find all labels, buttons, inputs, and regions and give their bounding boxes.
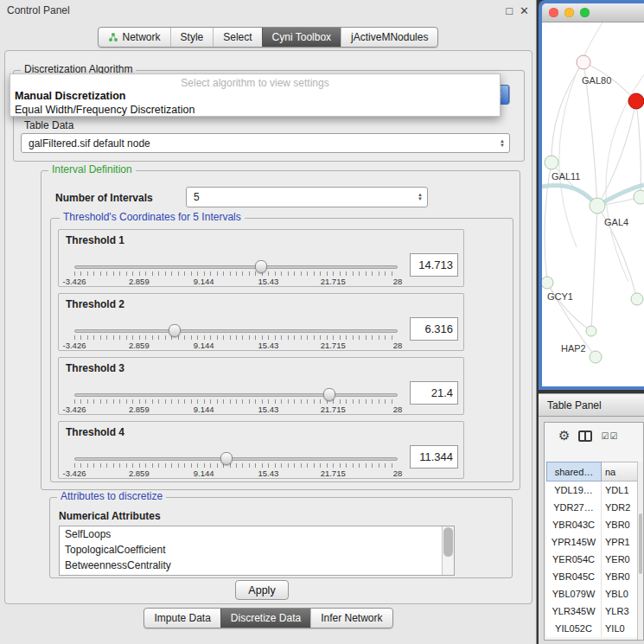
table-row[interactable]: YBL079WYBL0 bbox=[546, 585, 639, 603]
tab-impute-data[interactable]: Impute Data bbox=[144, 609, 220, 628]
table-scrollbar[interactable] bbox=[637, 462, 643, 640]
cell-shared-name[interactable]: YDR27… bbox=[546, 499, 602, 516]
cell-shared-name[interactable]: YLR345W bbox=[546, 603, 602, 620]
node[interactable] bbox=[586, 326, 596, 336]
table-row[interactable]: YER054CYER0 bbox=[546, 551, 639, 568]
slider-thumb[interactable] bbox=[255, 260, 267, 273]
numerical-attributes-list[interactable]: SelfLoops TopologicalCoefficient Between… bbox=[59, 526, 455, 576]
list-item[interactable]: TopologicalCoefficient bbox=[60, 542, 454, 558]
cell-name[interactable]: YPR1 bbox=[602, 533, 639, 551]
cell-name[interactable]: YBR0 bbox=[602, 516, 639, 533]
slider-thumb[interactable] bbox=[169, 324, 181, 337]
gear-icon[interactable]: ⚙ bbox=[558, 428, 570, 443]
slider-track[interactable] bbox=[74, 457, 398, 461]
node[interactable] bbox=[631, 293, 643, 305]
threshold-2-slider[interactable]: -3.426 2.859 9.144 15.43 21.715 28 bbox=[74, 322, 398, 351]
threshold-3-value-input[interactable]: 21.4 bbox=[410, 381, 458, 405]
check-icon[interactable]: ☑ bbox=[609, 431, 618, 441]
scrollbar-thumb[interactable] bbox=[443, 527, 453, 557]
slider-track[interactable] bbox=[74, 329, 398, 333]
cell-name[interactable]: YER0 bbox=[602, 551, 639, 568]
cell-shared-name[interactable]: YER054C bbox=[546, 551, 602, 568]
node-label: GCY1 bbox=[547, 291, 573, 302]
zoom-traffic-light[interactable] bbox=[580, 8, 590, 17]
tab-select[interactable]: Select bbox=[213, 28, 261, 47]
table-data-combobox[interactable]: galFiltered.sif default node ▲▼ bbox=[21, 133, 510, 153]
tab-infer-network[interactable]: Infer Network bbox=[310, 609, 392, 628]
column-header-shared-name[interactable]: shared… bbox=[546, 462, 602, 481]
threshold-4-value-input[interactable]: 11.344 bbox=[410, 445, 458, 469]
table-panel: ⚙ ☑☑ shared… na YDL19…YDL1 YDR27…YDR2 YB… bbox=[539, 417, 644, 644]
node-selected[interactable] bbox=[628, 93, 644, 109]
slider-track[interactable] bbox=[74, 393, 398, 397]
cell-shared-name[interactable]: YBR043C bbox=[546, 516, 602, 533]
table-data-label: Table Data bbox=[24, 119, 73, 131]
cell-name[interactable]: YDR2 bbox=[602, 499, 639, 516]
combobox-stepper-icon[interactable]: ▲▼ bbox=[500, 139, 505, 148]
combobox-stepper-icon[interactable]: ▲▼ bbox=[418, 193, 423, 201]
list-scrollbar[interactable] bbox=[442, 526, 454, 575]
list-item[interactable]: BetweennessCentrality bbox=[60, 558, 454, 573]
node[interactable] bbox=[545, 156, 558, 169]
number-of-intervals-combobox[interactable]: 5 ▲▼ bbox=[186, 187, 428, 207]
algorithm-option-manual[interactable]: Manual Discretization bbox=[15, 90, 126, 102]
scale-label: -3.426 bbox=[63, 469, 86, 478]
tab-cyni-toolbox[interactable]: Cyni Toolbox bbox=[262, 28, 341, 47]
interval-definition-group: Interval Definition Number of Intervals … bbox=[41, 170, 520, 490]
tab-discretize-data[interactable]: Discretize Data bbox=[220, 609, 310, 628]
table-row[interactable]: YBR043CYBR0 bbox=[546, 516, 639, 533]
threshold-4-box: Threshold 4 11.344 -3.426 2.859 9.144 15… bbox=[58, 421, 464, 479]
float-window-icon[interactable]: □ bbox=[506, 4, 513, 17]
list-item[interactable]: SelfLoops bbox=[60, 526, 454, 542]
slider-thumb[interactable] bbox=[323, 388, 335, 401]
cell-shared-name[interactable]: YPR145W bbox=[546, 533, 602, 551]
network-canvas[interactable]: GAL80 GAL11 GAL4 GCY1 HAP2 bbox=[542, 22, 644, 386]
tab-style[interactable]: Style bbox=[170, 28, 214, 47]
close-window-icon[interactable]: ✕ bbox=[520, 4, 529, 17]
cell-name[interactable]: YBL0 bbox=[602, 585, 639, 603]
close-traffic-light[interactable] bbox=[549, 8, 558, 17]
tab-jactivemnodules[interactable]: jActiveMNodules bbox=[341, 28, 437, 47]
column-header-name[interactable]: na bbox=[602, 462, 639, 481]
algorithm-option-equal-width[interactable]: Equal Width/Frequency Discretization bbox=[15, 104, 194, 116]
threshold-1-value-input[interactable]: 14.713 bbox=[410, 253, 458, 277]
scale-label: -3.426 bbox=[63, 341, 86, 350]
node[interactable] bbox=[542, 277, 553, 289]
cell-name[interactable]: YLR3 bbox=[602, 603, 639, 620]
table-row[interactable]: YDL19…YDL1 bbox=[546, 481, 639, 499]
table-row[interactable]: YBR045CYBR0 bbox=[546, 568, 639, 585]
cell-shared-name[interactable]: YBR045C bbox=[546, 568, 602, 585]
tab-select-label: Select bbox=[223, 31, 252, 43]
table-row[interactable]: YLR345WYLR3 bbox=[546, 603, 639, 620]
interval-definition-title: Interval Definition bbox=[48, 163, 136, 175]
cell-name[interactable]: YIL0 bbox=[602, 620, 639, 637]
minimize-traffic-light[interactable] bbox=[564, 8, 574, 17]
cell-shared-name[interactable]: YBL079W bbox=[546, 585, 602, 603]
node[interactable] bbox=[590, 198, 605, 214]
scrollbar-thumb[interactable] bbox=[639, 513, 642, 574]
threshold-4-slider[interactable]: -3.426 2.859 9.144 15.43 21.715 28 bbox=[74, 450, 398, 479]
cell-name[interactable]: YBR0 bbox=[602, 568, 639, 585]
node[interactable] bbox=[577, 55, 590, 69]
threshold-3-slider[interactable]: -3.426 2.859 9.144 15.43 21.715 28 bbox=[74, 386, 398, 415]
tab-network[interactable]: Network bbox=[99, 28, 170, 47]
columns-icon[interactable] bbox=[578, 430, 592, 442]
slider-thumb[interactable] bbox=[220, 452, 233, 465]
table-row[interactable]: YIL052CYIL0 bbox=[546, 620, 639, 637]
threshold-1-slider[interactable]: -3.426 2.859 9.144 15.43 21.715 28 bbox=[74, 258, 398, 287]
cell-shared-name[interactable]: YDL19… bbox=[546, 481, 602, 499]
table-row[interactable]: YPR145WYPR1 bbox=[546, 533, 639, 551]
apply-button[interactable]: Apply bbox=[235, 580, 289, 600]
attributes-group-title: Attributes to discretize bbox=[57, 490, 166, 502]
node[interactable] bbox=[634, 190, 644, 204]
scale-label: 2.859 bbox=[129, 405, 150, 414]
node[interactable] bbox=[590, 351, 602, 363]
threshold-2-value-input[interactable]: 6.316 bbox=[410, 317, 458, 341]
cell-name[interactable]: YDL1 bbox=[602, 481, 639, 499]
slider-track[interactable] bbox=[74, 265, 398, 269]
cell-shared-name[interactable]: YIL052C bbox=[546, 620, 602, 637]
table-row[interactable]: YDR27…YDR2 bbox=[546, 499, 639, 516]
scale-label: 15.43 bbox=[258, 405, 279, 414]
check-icon[interactable]: ☑ bbox=[601, 431, 609, 441]
tab-cyni-toolbox-label: Cyni Toolbox bbox=[272, 31, 331, 43]
